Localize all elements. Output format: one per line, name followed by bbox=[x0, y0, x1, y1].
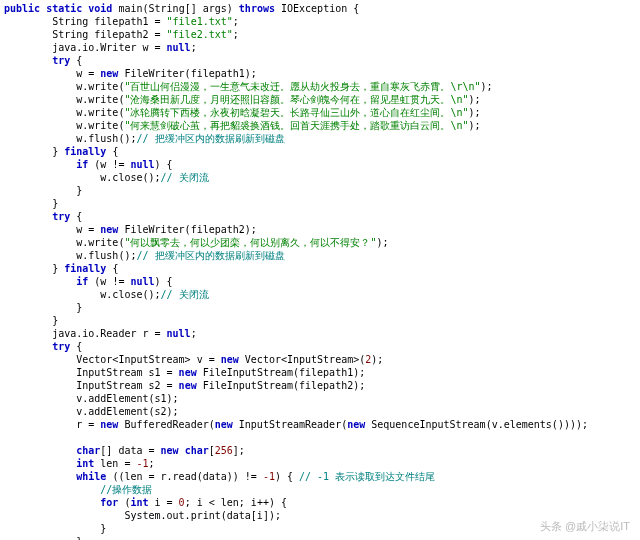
watermark: 头条 @戚小柒说IT bbox=[540, 519, 630, 534]
code-block: public static void main(String[] args) t… bbox=[0, 0, 640, 540]
